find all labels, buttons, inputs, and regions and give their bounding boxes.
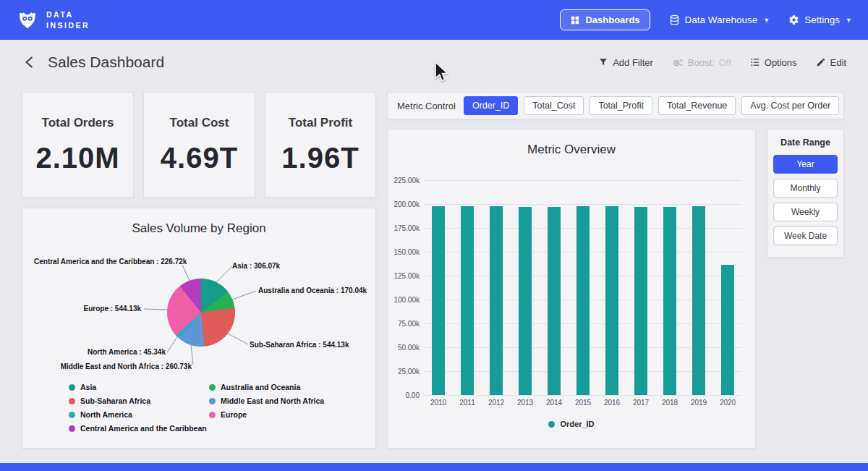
y-tick-label: 25.00k xyxy=(388,368,420,375)
metric-option-total-profit[interactable]: Total_Profit xyxy=(590,96,652,115)
bar-2010[interactable] xyxy=(432,206,445,395)
data-warehouse-menu[interactable]: Data Warehouse ▼ xyxy=(669,14,770,25)
database-icon xyxy=(669,14,680,25)
settings-menu[interactable]: Settings ▼ xyxy=(788,14,852,25)
brand-text: DATA INSIDER xyxy=(46,9,90,30)
legend-dot xyxy=(209,398,216,404)
edit-label: Edit xyxy=(830,57,846,68)
bar-2018[interactable] xyxy=(663,207,676,395)
bar-column xyxy=(569,180,597,395)
legend-item-asia[interactable]: Asia xyxy=(69,383,207,391)
bar-column xyxy=(424,180,453,395)
legend-item-middle-east-and-north-africa[interactable]: Middle East and North Africa xyxy=(209,396,324,405)
bar-2017[interactable] xyxy=(634,207,647,395)
kpi-card-total-profit: Total Profit 1.96T xyxy=(265,92,376,198)
bar-column xyxy=(626,180,655,395)
bar-2019[interactable] xyxy=(692,206,705,395)
grid-icon xyxy=(570,15,580,25)
legend-label: Europe xyxy=(221,410,247,419)
x-tick-label: 2017 xyxy=(626,399,655,407)
bar-2013[interactable] xyxy=(519,207,532,395)
date-range-option-monthly[interactable]: Monthly xyxy=(773,179,838,198)
add-filter-button[interactable]: Add Filter xyxy=(598,57,653,68)
boost-toggle[interactable]: Boost: Off xyxy=(672,57,731,68)
legend-item-north-america[interactable]: North America xyxy=(69,410,207,419)
legend-item-sub-saharan-africa[interactable]: Sub-Saharan Africa xyxy=(69,396,207,405)
date-range-card: Date Range YearMonthlyWeeklyWeek Date xyxy=(767,129,844,258)
chevron-down-icon: ▼ xyxy=(763,17,770,24)
pie-label-middle-east-and-north-africa: Middle East and North Africa : 260.73k xyxy=(35,362,192,370)
bar-column xyxy=(482,180,511,395)
bar-2011[interactable] xyxy=(461,206,474,395)
x-axis-labels: 2010201120122013201420152016201720182019… xyxy=(424,399,742,407)
y-axis-labels: 0.0025.00k50.00k75.00k100.00k125.00k150.… xyxy=(388,130,420,448)
bar-column xyxy=(597,180,626,395)
bottom-accent-bar xyxy=(0,463,868,471)
legend-label: Order_ID xyxy=(560,420,594,428)
options-button[interactable]: Options xyxy=(750,57,797,68)
date-range-option-weekly[interactable]: Weekly xyxy=(773,203,838,221)
date-range-option-week-date[interactable]: Week Date xyxy=(773,226,838,245)
filter-funnel-icon xyxy=(598,57,608,67)
legend-label: Central America and the Caribbean xyxy=(80,424,207,433)
boost-label: Boost: xyxy=(688,57,715,68)
data-warehouse-label: Data Warehouse xyxy=(685,14,758,25)
legend-dot xyxy=(209,412,216,418)
brand[interactable]: DATA INSIDER xyxy=(16,9,90,32)
bar-2012[interactable] xyxy=(490,206,503,395)
bar-column xyxy=(655,180,684,395)
y-tick-label: 175.00k xyxy=(388,224,420,232)
metric-option-total-revenue[interactable]: Total_Revenue xyxy=(658,96,736,115)
header-actions: Add Filter Boost: Off xyxy=(598,57,846,68)
pie-legend-column-2: Australia and OceaniaMiddle East and Nor… xyxy=(209,383,324,424)
back-button[interactable] xyxy=(22,54,38,70)
y-tick-label: 0.00 xyxy=(388,391,420,399)
x-tick-label: 2013 xyxy=(511,399,540,407)
legend-label: Australia and Oceania xyxy=(221,383,300,391)
chart-legend[interactable]: Order_ID xyxy=(388,420,755,428)
legend-label: Asia xyxy=(80,383,96,391)
x-tick-label: 2010 xyxy=(424,399,453,407)
y-tick-label: 75.00k xyxy=(388,320,420,328)
mouse-cursor xyxy=(433,61,450,82)
bar-2015[interactable] xyxy=(576,206,590,395)
settings-label: Settings xyxy=(804,14,840,25)
pie-label-asia: Asia : 306.07k xyxy=(232,262,280,270)
bar-column xyxy=(453,180,482,395)
metric-buttons-group: Order_IDTotal_CostTotal_ProfitTotal_Reve… xyxy=(464,96,839,115)
sales-volume-card: Sales Volume by Region Asia : 306.07kAus… xyxy=(22,208,376,449)
bar-column xyxy=(540,180,569,395)
kpi-value: 2.10M xyxy=(22,142,133,174)
legend-dot xyxy=(548,421,555,428)
bar-2016[interactable] xyxy=(605,206,618,395)
navbar-actions: Dashboards Data Warehouse ▼ xyxy=(560,9,852,30)
legend-item-europe[interactable]: Europe xyxy=(209,410,324,419)
sales-dashboard-page: DATA INSIDER Dashboards xyxy=(0,0,868,471)
pie-chart[interactable] xyxy=(167,279,235,347)
bar-2014[interactable] xyxy=(548,207,561,395)
edit-button[interactable]: Edit xyxy=(816,57,846,68)
chart-title: Metric Overview xyxy=(388,130,755,157)
legend-dot xyxy=(69,384,75,391)
kpi-label: Total Profit xyxy=(265,116,375,130)
legend-label: North America xyxy=(80,410,132,419)
x-tick-label: 2011 xyxy=(453,399,482,407)
metric-option-order-id[interactable]: Order_ID xyxy=(464,96,518,115)
bar-2020[interactable] xyxy=(721,265,734,395)
add-filter-label: Add Filter xyxy=(613,57,653,68)
date-range-option-year[interactable]: Year xyxy=(773,155,838,174)
legend-item-central-america-and-the-caribbean[interactable]: Central America and the Caribbean xyxy=(69,424,207,433)
y-tick-label: 125.00k xyxy=(388,272,420,280)
x-tick-label: 2018 xyxy=(655,399,684,407)
list-icon xyxy=(750,57,760,67)
y-tick-label: 225.00k xyxy=(388,177,420,184)
metric-option-total-cost[interactable]: Total_Cost xyxy=(524,96,584,115)
x-tick-label: 2019 xyxy=(684,399,713,407)
kpi-value: 1.96T xyxy=(265,142,375,174)
metric-option-avg-cost-per-order[interactable]: Avg. Cost per Order xyxy=(741,96,839,115)
dashboards-button[interactable]: Dashboards xyxy=(560,9,650,30)
bar-column xyxy=(684,180,713,395)
kpi-card-total-orders: Total Orders 2.10M xyxy=(22,92,134,198)
legend-item-australia-and-oceania[interactable]: Australia and Oceania xyxy=(209,383,324,391)
boost-snail-icon xyxy=(672,57,684,68)
